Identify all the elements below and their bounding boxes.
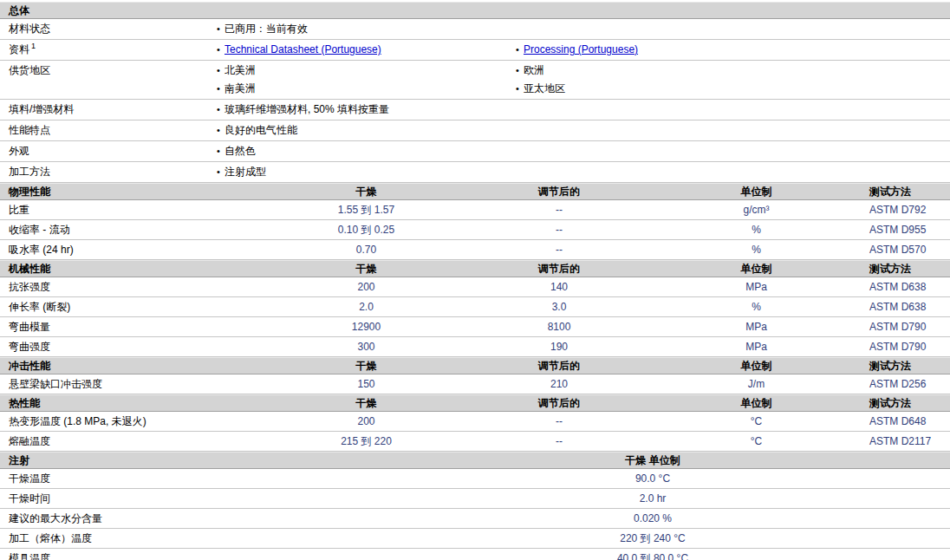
bullet-icon: •	[212, 62, 224, 80]
section-title: 物理性能	[0, 184, 260, 200]
bullet-icon: •	[212, 163, 224, 181]
column-header-test-method: 测试方法	[867, 261, 950, 277]
value-unit: °C	[646, 412, 867, 431]
property-name: 吸水率 (24 hr)	[0, 240, 260, 259]
general-row: 供货地区 • 北美洲 • 南美洲 • 欧洲 • 亚太地区	[0, 61, 950, 100]
value-conditioned: 8100	[472, 317, 646, 336]
value-conditioned: 210	[472, 374, 646, 394]
list-item: • 北美洲	[212, 62, 511, 80]
test-method: ASTM D790	[867, 317, 950, 336]
value-dry-unit: 0.020 %	[355, 509, 950, 528]
list-item: • 注射成型	[212, 163, 511, 181]
property-row: 抗张强度 200 140 MPa ASTM D638	[0, 277, 950, 297]
value-dry: 150	[260, 374, 472, 394]
value-list-left: • 良好的电气性能	[212, 121, 511, 140]
column-header-conditioned: 调节后的	[472, 184, 646, 200]
bullet-icon: •	[212, 101, 224, 119]
test-method: ASTM D792	[867, 200, 950, 219]
section-title: 热性能	[0, 395, 260, 412]
column-header-units: 单位制	[646, 358, 867, 374]
list-item: • 自然色	[212, 142, 511, 160]
value-conditioned: 190	[472, 337, 646, 356]
value-conditioned: 3.0	[472, 297, 646, 316]
value-list-left: • 北美洲 • 南美洲	[212, 62, 511, 98]
document-link[interactable]: Technical Datasheet (Portuguese)	[224, 41, 381, 59]
general-row: 资料1 • Technical Datasheet (Portuguese) •…	[0, 40, 950, 61]
value-conditioned: --	[472, 200, 646, 219]
injection-row: 模具温度 40.0 到 80.0 °C	[0, 549, 950, 560]
row-label: 资料1	[0, 41, 212, 59]
section-header: 机械性能 干燥 调节后的 单位制 测试方法	[0, 260, 950, 277]
document-link[interactable]: Processing (Portuguese)	[524, 41, 638, 59]
value-list-right	[511, 101, 950, 119]
property-name: 伸长率 (断裂)	[0, 297, 260, 316]
list-item-text: 注射成型	[224, 163, 266, 181]
property-name: 收缩率 - 流动	[0, 220, 260, 239]
section-title: 注射	[0, 453, 355, 469]
bullet-icon: •	[212, 121, 224, 140]
test-method: ASTM D570	[867, 240, 950, 259]
list-item: • 亚太地区	[511, 80, 950, 98]
value-list-left: • Technical Datasheet (Portuguese)	[212, 41, 511, 59]
section-header-injection: 注射 干燥 单位制	[0, 452, 950, 469]
column-header-test-method: 测试方法	[867, 184, 950, 200]
property-name: 热变形温度 (1.8 MPa, 未退火)	[0, 412, 260, 431]
value-conditioned: --	[472, 240, 646, 259]
bullet-icon: •	[511, 62, 524, 80]
value-dry-unit: 90.0 °C	[355, 469, 950, 488]
injection-section: 注射 干燥 单位制 干燥温度 90.0 °C 干燥时间 2.0 hr 建议的最大…	[0, 452, 950, 560]
value-unit: MPa	[646, 317, 867, 336]
bullet-icon: •	[212, 142, 224, 160]
value-dry-unit: 40.0 到 80.0 °C	[355, 549, 950, 560]
property-row: 弯曲模量 12900 8100 MPa ASTM D790	[0, 317, 950, 337]
value-unit: J/m	[646, 374, 867, 394]
injection-row: 干燥温度 90.0 °C	[0, 469, 950, 489]
test-method: ASTM D638	[867, 277, 950, 296]
column-header-conditioned: 调节后的	[472, 261, 646, 277]
value-dry: 12900	[260, 317, 472, 336]
value-dry: 1.55 到 1.57	[260, 200, 472, 219]
value-list-left: • 注射成型	[212, 163, 511, 181]
column-header-units: 单位制	[646, 261, 867, 277]
column-header-units: 单位制	[646, 184, 867, 200]
section-title: 总体	[0, 3, 950, 19]
list-item-text: 欧洲	[524, 62, 544, 80]
general-row: 外观 • 自然色	[0, 141, 950, 162]
row-label: 材料状态	[0, 20, 212, 38]
value-list-right	[511, 142, 950, 160]
section-header: 热性能 干燥 调节后的 单位制 测试方法	[0, 394, 950, 412]
property-name: 熔融温度	[0, 432, 260, 451]
value-list-left: • 玻璃纤维增强材料, 50% 填料按重量	[212, 101, 511, 119]
injection-row: 加工（熔体）温度 220 到 240 °C	[0, 529, 950, 549]
property-name: 干燥时间	[0, 489, 355, 508]
section-title: 机械性能	[0, 261, 260, 277]
column-header-test-method: 测试方法	[867, 395, 950, 412]
list-item-text: 良好的电气性能	[224, 121, 297, 140]
value-unit: %	[646, 220, 867, 239]
general-section: 总体 材料状态 • 已商用：当前有效 资料1 • Technical Datas…	[0, 2, 950, 183]
value-dry: 200	[260, 277, 472, 296]
column-header-dry: 干燥	[260, 358, 472, 374]
bullet-icon: •	[511, 80, 524, 98]
property-row: 热变形温度 (1.8 MPa, 未退火) 200 -- °C ASTM D648	[0, 412, 950, 432]
bullet-icon: •	[511, 41, 524, 59]
value-dry: 300	[260, 337, 472, 356]
value-dry-unit: 2.0 hr	[355, 489, 950, 508]
material-datasheet: 总体 材料状态 • 已商用：当前有效 资料1 • Technical Datas…	[0, 0, 950, 560]
property-name: 比重	[0, 200, 260, 219]
row-label: 性能特点	[0, 121, 212, 140]
row-label: 供货地区	[0, 62, 212, 98]
general-row: 填料/增强材料 • 玻璃纤维增强材料, 50% 填料按重量	[0, 100, 950, 120]
value-unit: MPa	[646, 337, 867, 356]
value-unit: %	[646, 240, 867, 259]
row-label: 外观	[0, 142, 212, 160]
column-header-dry: 干燥	[260, 261, 472, 277]
section-header: 冲击性能 干燥 调节后的 单位制 测试方法	[0, 357, 950, 374]
value-dry: 2.0	[260, 297, 472, 316]
general-row: 加工方法 • 注射成型	[0, 162, 950, 183]
row-label: 填料/增强材料	[0, 101, 212, 119]
column-header-dry-units: 干燥 单位制	[355, 453, 950, 469]
test-method: ASTM D790	[867, 337, 950, 356]
injection-row: 建议的最大水分含量 0.020 %	[0, 509, 950, 529]
value-list-right	[511, 163, 950, 181]
